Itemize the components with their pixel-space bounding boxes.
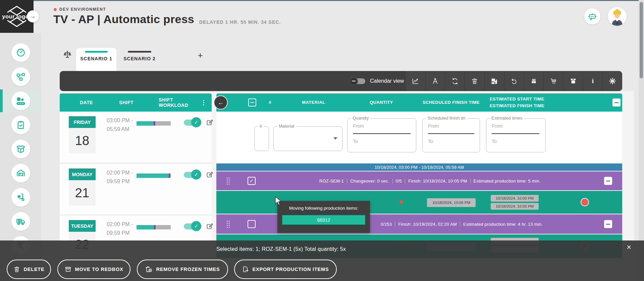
refresh-button[interactable] bbox=[445, 71, 465, 91]
plugins-button[interactable] bbox=[484, 71, 504, 91]
day-chip: MONDAY bbox=[69, 168, 96, 180]
row-checkbox-checked[interactable]: ✓ bbox=[248, 177, 256, 185]
sidebar-expand-button[interactable]: → bbox=[27, 10, 39, 22]
status-dot-icon bbox=[399, 200, 403, 204]
export-icon bbox=[242, 266, 249, 273]
from-input[interactable]: From bbox=[353, 123, 364, 129]
shift-toggle-check-icon[interactable]: ✓ bbox=[191, 169, 201, 180]
export-production-items-button[interactable]: EXPORT PRODUCTION ITEMS bbox=[234, 260, 337, 279]
scenario-compare-button[interactable] bbox=[62, 50, 72, 60]
select-all-checkbox[interactable] bbox=[248, 98, 256, 107]
clipboard-check-icon bbox=[16, 120, 25, 130]
undo-button[interactable] bbox=[504, 71, 524, 91]
shift-group-banner: 10/18/2024, 03:00 PM - 10/19/2024, 05:59… bbox=[216, 163, 622, 171]
conveyor-icon bbox=[16, 96, 26, 106]
minus-icon bbox=[606, 224, 610, 225]
edit-shift-button[interactable] bbox=[206, 171, 213, 178]
workload-marker bbox=[154, 225, 156, 229]
tab-scenario-2[interactable]: SCENARIO 2 bbox=[121, 48, 158, 71]
quantity-filter[interactable]: Quantity From To bbox=[347, 118, 416, 152]
sidebar-item-tasks[interactable] bbox=[0, 113, 41, 137]
shift-toggle-check-icon[interactable]: ✓ bbox=[191, 221, 201, 231]
shift-panel-menu-button[interactable]: ⋮ bbox=[201, 99, 207, 106]
shift-toggle-check-icon[interactable]: ✓ bbox=[191, 117, 201, 127]
scrollbar-thumb[interactable] bbox=[640, 2, 643, 78]
info-button[interactable]: i bbox=[583, 71, 603, 91]
delete-label: DELETE bbox=[24, 267, 45, 272]
from-input[interactable]: From bbox=[428, 123, 439, 129]
sidebar-item-flows[interactable] bbox=[0, 65, 41, 89]
trash-icon bbox=[471, 78, 478, 84]
col-quantity: QUANTITY bbox=[370, 100, 393, 105]
col-material: MATERIAL bbox=[302, 100, 325, 105]
sidebar-item-shipping[interactable] bbox=[0, 185, 41, 209]
col-shift: SHIFT bbox=[119, 100, 133, 105]
sidebar-item-materials[interactable] bbox=[0, 137, 41, 161]
drag-tooltip: Moving following production items: 68312 bbox=[277, 201, 370, 233]
puzzle-icon bbox=[491, 78, 498, 85]
collapse-all-button[interactable] bbox=[612, 98, 621, 107]
sidebar-item-warehouse[interactable] bbox=[0, 161, 41, 185]
env-label: DEV ENVIRONMENT bbox=[59, 7, 106, 12]
sidebar-item-dashboard[interactable] bbox=[0, 41, 41, 65]
drag-handle-icon[interactable] bbox=[227, 221, 230, 228]
settings-button[interactable] bbox=[602, 71, 622, 91]
status-circle-icon[interactable] bbox=[581, 198, 589, 206]
workload-marker bbox=[154, 121, 155, 126]
trolley-icon bbox=[550, 78, 557, 85]
balance-scale-icon bbox=[63, 50, 72, 59]
indeterminate-minus-icon bbox=[250, 102, 254, 103]
to-input[interactable]: To bbox=[492, 139, 497, 144]
sidebar-item-production[interactable] bbox=[0, 89, 41, 113]
add-scenario-button[interactable]: + bbox=[195, 50, 206, 61]
number-filter[interactable]: II bbox=[254, 126, 269, 151]
col-shift-workload: SHIFT WORKLOAD bbox=[159, 97, 201, 108]
drag-handle-icon[interactable] bbox=[227, 178, 230, 185]
calendar-view-toggle[interactable]: Calendar view bbox=[351, 78, 404, 84]
tab-scenario-1[interactable]: SCENARIO 1 bbox=[76, 48, 116, 71]
measure-button[interactable] bbox=[425, 71, 445, 91]
page-title: TV - AP | Automatic press bbox=[53, 13, 194, 26]
material-filter-select[interactable]: Material bbox=[273, 126, 342, 151]
quantity-filter-label: Quantity bbox=[351, 116, 370, 121]
production-item-row-1[interactable]: ✓ ROZ-SEM-1 Changeover: 0 sec. 0/5 Finis… bbox=[216, 171, 622, 190]
input-underline bbox=[492, 133, 539, 134]
search-items-button[interactable] bbox=[524, 71, 543, 91]
trend-chart-icon bbox=[412, 78, 419, 85]
remove-frozen-times-button[interactable]: REMOVE FROZEN TIMES bbox=[137, 260, 228, 279]
col-estimated-start: ESTIMATED START TIME bbox=[490, 96, 544, 101]
shift-row-monday: MONDAY 21 02:00 PM -09:59 PM ✓ bbox=[60, 164, 212, 215]
row-checkbox-unchecked[interactable] bbox=[248, 220, 256, 228]
collapse-row-button[interactable] bbox=[604, 220, 612, 228]
calendar-view-label: Calendar view bbox=[370, 78, 404, 84]
toolbar-icon-buttons: i bbox=[406, 71, 622, 91]
collapse-panel-button[interactable]: ← bbox=[214, 95, 228, 110]
drag-tooltip-title: Moving following production items: bbox=[277, 201, 370, 211]
estimated-filter[interactable]: Estimated times From To bbox=[486, 118, 546, 152]
to-input[interactable]: To bbox=[428, 139, 433, 144]
to-input[interactable]: To bbox=[353, 139, 358, 144]
edit-shift-button[interactable] bbox=[206, 223, 213, 229]
delete-button-toolbar[interactable] bbox=[465, 71, 484, 91]
edit-shift-button[interactable] bbox=[206, 119, 213, 126]
from-input[interactable]: From bbox=[492, 123, 503, 129]
move-to-redbox-button[interactable]: MOVE TO REDBOX bbox=[57, 260, 130, 279]
statistics-button[interactable] bbox=[406, 71, 425, 91]
scheduled-filter[interactable]: Scheduled finish tin From To bbox=[422, 118, 480, 152]
minus-icon bbox=[606, 181, 610, 182]
collapse-row-button[interactable] bbox=[604, 177, 612, 185]
toggle-pill[interactable] bbox=[351, 78, 365, 84]
delete-selected-button[interactable]: DELETE bbox=[7, 260, 51, 279]
close-selection-button[interactable]: × bbox=[627, 243, 631, 251]
workload-marker bbox=[169, 173, 170, 178]
row-summary: ROZ-SEM-1 Changeover: 0 sec. 0/5 Finish:… bbox=[319, 179, 540, 184]
tab-scenario-2-label: SCENARIO 2 bbox=[121, 56, 158, 61]
warehouse-icon bbox=[16, 168, 25, 178]
archive-button[interactable] bbox=[563, 71, 583, 91]
cart-button[interactable] bbox=[543, 71, 563, 91]
user-avatar[interactable] bbox=[608, 7, 627, 26]
shift-row-friday: FRIDAY 18 03:00 PM -05:59 AM ✓ bbox=[60, 112, 212, 162]
sidebar-item-deliveries[interactable] bbox=[0, 209, 41, 233]
chatbot-button[interactable] bbox=[584, 8, 600, 24]
workload-bar bbox=[137, 225, 171, 229]
